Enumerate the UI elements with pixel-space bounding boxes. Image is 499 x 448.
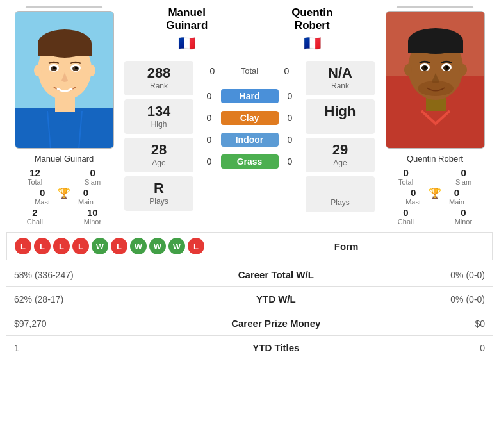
left-player-svg	[15, 12, 114, 149]
right-player-stats: 0 Total 0 Slam 0 Mast 🏆	[377, 167, 493, 227]
left-slam-stat: 0 Slam	[85, 167, 101, 186]
left-center-stats: 288 Rank 134 High 28 Age R Plays	[124, 61, 193, 211]
right-plays-box: Plays	[306, 176, 375, 212]
main-container: Manuel Guinard 12 Total 0 Slam 0 Mast	[0, 0, 499, 367]
left-name-header: Manuel Guinard 🇫🇷	[124, 6, 250, 52]
hard-row: 0 Hard 0	[197, 88, 302, 104]
left-flag: 🇫🇷	[178, 35, 195, 52]
svg-rect-19	[408, 41, 463, 53]
top-section: Manuel Guinard 12 Total 0 Slam 0 Mast	[6, 6, 493, 227]
stat-center-2: Career Prize Money	[165, 311, 388, 336]
career-stats-table: 58% (336-247)Career Total W/L0% (0-0)62%…	[6, 263, 493, 360]
right-age-box: 29 Age	[306, 138, 375, 172]
left-trophy-icon: 🏆	[58, 187, 70, 206]
right-mast-stat: 0 Mast	[405, 187, 421, 206]
right-high-box: High	[306, 99, 375, 134]
total-row: 0 Total 0	[197, 63, 302, 79]
svg-point-10	[53, 67, 56, 69]
left-age-box: 28 Age	[124, 138, 193, 172]
surface-scores-col: 0 Total 0 0 Hard 0 0 Clay 0	[197, 61, 302, 170]
right-stats-row2: 0 Mast 🏆 0 Main	[377, 187, 493, 206]
left-player-name-label: Manuel Guinard	[35, 154, 94, 163]
right-photo-top-line	[397, 6, 473, 8]
form-pill-l: L	[53, 238, 70, 254]
left-main-stat: 0 Main	[78, 187, 94, 206]
left-stats-row3: 2 Chall 10 Minor	[6, 207, 122, 226]
grass-badge: Grass	[221, 154, 279, 169]
form-pill-l: L	[34, 238, 51, 254]
stat-center-3: YTD Titles	[165, 336, 388, 360]
right-main-stat: 0 Main	[449, 187, 464, 206]
right-player-name-label: Quentin Robert	[407, 154, 463, 163]
right-center-stats: N/A Rank High 29 Age Plays	[306, 61, 375, 212]
stat-right-1: 0% (0-0)	[387, 287, 493, 311]
center-main-column: Manuel Guinard 🇫🇷 Quentin Robert 🇫🇷	[122, 6, 377, 212]
left-photo-top-line	[26, 6, 102, 8]
form-pill-w: W	[130, 238, 147, 254]
right-chall-stat: 0 Chall	[398, 207, 414, 226]
stat-center-0: Career Total W/L	[165, 263, 388, 287]
form-label: Form	[334, 241, 359, 252]
svg-point-24	[424, 66, 427, 69]
form-pill-l: L	[111, 238, 127, 254]
right-stats-row3: 0 Chall 0 Minor	[377, 207, 493, 226]
right-name-line2: Robert	[295, 19, 330, 31]
left-name-line2: Guinard	[166, 19, 208, 31]
right-slam-stat: 0 Slam	[455, 167, 471, 186]
right-player-svg	[386, 12, 485, 149]
stat-left-0: 58% (336-247)	[6, 263, 165, 287]
stat-left-1: 62% (28-17)	[6, 287, 165, 311]
svg-point-27	[459, 64, 467, 76]
right-name-header: Quentin Robert 🇫🇷	[250, 6, 375, 52]
form-pill-w: W	[92, 238, 108, 254]
form-section: LLLLWLWWWL Form	[6, 232, 493, 260]
svg-point-26	[404, 64, 412, 76]
left-player-photo	[15, 11, 114, 149]
form-pill-w: W	[168, 238, 185, 254]
svg-point-11	[75, 67, 78, 69]
stat-center-1: YTD W/L	[165, 287, 388, 311]
form-pill-l: L	[188, 238, 204, 254]
left-stats-row2: 0 Mast 🏆 0 Main	[6, 187, 122, 206]
grass-row: 0 Grass 0	[197, 153, 302, 170]
right-flag: 🇫🇷	[304, 35, 321, 52]
right-trophy-icon: 🏆	[429, 187, 441, 206]
stats-row-3: 1YTD Titles0	[6, 336, 493, 360]
right-minor-stat: 0 Minor	[455, 207, 473, 226]
stat-right-3: 0	[387, 336, 493, 360]
right-stats-row1: 0 Total 0 Slam	[377, 167, 493, 186]
svg-point-25	[446, 66, 448, 69]
stat-right-2: $0	[387, 311, 493, 336]
indoor-row: 0 Indoor 0	[197, 131, 302, 148]
form-pill-l: L	[15, 238, 31, 254]
svg-point-13	[88, 65, 95, 76]
right-name-line1: Quentin	[291, 6, 332, 19]
right-total-stat: 0 Total	[398, 167, 413, 186]
form-pills: LLLLWLWWWL	[15, 238, 204, 254]
stats-row-2: $97,270Career Prize Money$0	[6, 311, 493, 336]
stats-row-0: 58% (336-247)Career Total W/L0% (0-0)	[6, 263, 493, 287]
form-pill-l: L	[72, 238, 89, 254]
left-minor-stat: 10 Minor	[84, 207, 102, 226]
left-player-stats: 12 Total 0 Slam 0 Mast 🏆	[6, 167, 122, 227]
left-mast-stat: 0 Mast	[35, 187, 50, 206]
left-player-column: Manuel Guinard 12 Total 0 Slam 0 Mast	[6, 6, 122, 227]
indoor-badge: Indoor	[221, 133, 279, 147]
right-rank-box: N/A Rank	[306, 61, 375, 95]
svg-rect-1	[15, 108, 114, 149]
form-pill-w: W	[149, 238, 166, 254]
clay-badge: Clay	[221, 111, 279, 125]
left-chall-stat: 2 Chall	[27, 207, 43, 226]
left-rank-box: 288 Rank	[124, 61, 193, 95]
right-player-column: Quentin Robert 0 Total 0 Slam 0 Mast	[377, 6, 493, 227]
right-player-photo	[386, 11, 485, 149]
left-stats-row1: 12 Total 0 Slam	[6, 167, 122, 186]
clay-row: 0 Clay 0	[197, 110, 302, 126]
hard-badge: Hard	[221, 89, 279, 103]
stat-left-2: $97,270	[6, 311, 165, 336]
stats-row-1: 62% (28-17)YTD W/L0% (0-0)	[6, 287, 493, 311]
left-plays-box: R Plays	[124, 176, 193, 211]
left-total-stat: 12 Total	[28, 167, 42, 186]
svg-rect-5	[38, 44, 92, 56]
svg-point-28	[418, 81, 454, 96]
